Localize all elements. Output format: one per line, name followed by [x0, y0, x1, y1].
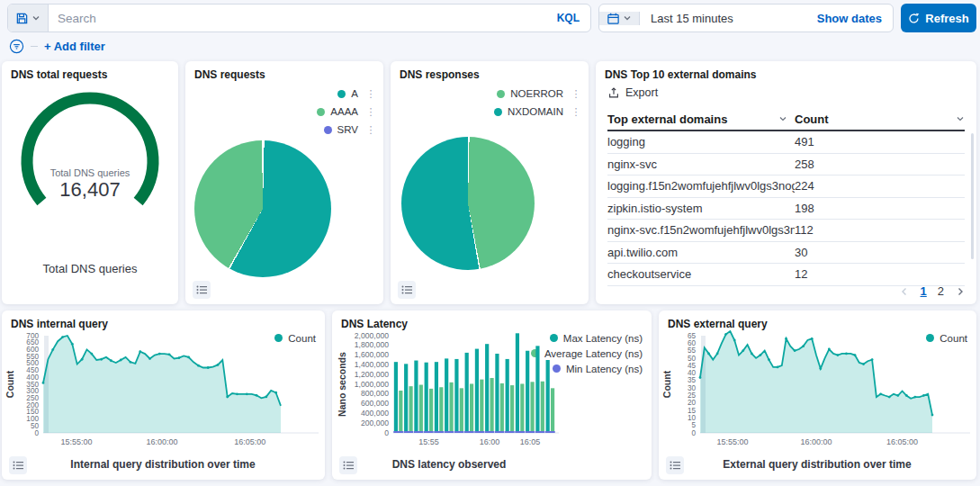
legend-item[interactable]: SRV: [324, 124, 358, 135]
table-row[interactable]: nginx-svc258: [607, 154, 965, 176]
kql-language-button[interactable]: KQL: [546, 12, 590, 24]
legend-dot: [494, 108, 502, 116]
x-axis-title: Internal query distribution over time: [5, 458, 320, 471]
external-query-area-chart[interactable]: 0510152025303540455055606515:55:0016:00:…: [662, 330, 972, 453]
refresh-button[interactable]: Refresh: [901, 4, 976, 32]
svg-text:1,400,000: 1,400,000: [355, 360, 389, 369]
legend-item-menu-icon[interactable]: ⋮: [571, 89, 581, 98]
column-label: Top external domains: [607, 112, 727, 126]
chart-wrap: 0200,000400,000600,000800,0001,000,0001,…: [337, 330, 561, 471]
dns-requests-pie-chart[interactable]: [194, 140, 331, 277]
table-row[interactable]: zipkin.istio-system198: [607, 198, 965, 220]
legend-toggle-button[interactable]: [9, 456, 27, 474]
panel-dns-requests: DNS requests A⋮AAAA⋮SRV⋮: [185, 61, 383, 304]
dns-responses-pie-chart[interactable]: [401, 137, 535, 270]
search-input-wrap: KQL: [49, 4, 590, 32]
svg-text:50: 50: [31, 422, 40, 430]
legend-item[interactable]: Min Latency (ns): [553, 364, 643, 374]
pie-legend: A⋮AAAA⋮SRV⋮: [317, 85, 376, 139]
legend-row: AAAA⋮: [317, 103, 376, 121]
table-row[interactable]: checkoutservice12: [607, 264, 965, 286]
query-bar: KQL Last 15 minutes Show dates Refresh: [7, 4, 976, 32]
legend-item[interactable]: Max Latency (ns): [550, 333, 643, 344]
legend-toggle-button[interactable]: [398, 281, 416, 299]
previous-page-icon[interactable]: [899, 286, 910, 297]
date-quick-select-button[interactable]: [599, 12, 640, 25]
column-header-count[interactable]: Count: [795, 112, 965, 126]
legend-row: NOERROR⋮: [494, 85, 581, 103]
column-header-domains[interactable]: Top external domains: [607, 112, 795, 126]
time-range-value[interactable]: Last 15 minutes: [640, 12, 806, 25]
legend-toggle-button[interactable]: [193, 281, 211, 299]
domains-table: Top external domains Count logging491ngi…: [607, 108, 965, 286]
svg-text:10: 10: [688, 414, 697, 422]
calendar-icon: [607, 12, 620, 25]
panel-dns-external-query: DNS external query Count 051015202530354…: [659, 310, 976, 480]
table-scrollbar[interactable]: [971, 133, 974, 259]
dns-latency-bar-chart[interactable]: 0200,000400,000600,000800,0001,000,0001,…: [337, 330, 561, 453]
cell-domain: nginx-svc: [607, 158, 795, 171]
svg-text:600,000: 600,000: [361, 399, 389, 408]
column-label: Count: [795, 112, 829, 126]
svg-text:0: 0: [691, 429, 696, 437]
legend-dot: [317, 108, 325, 116]
table-row[interactable]: logging.f15n2womfujehfjlwv0lgs3nog....22…: [607, 176, 965, 198]
list-icon: [343, 460, 354, 471]
table-row[interactable]: nginx-svc.f15n2womfujehfjlwv0lgs3no...11…: [607, 220, 965, 242]
legend-item-menu-icon[interactable]: ⋮: [365, 125, 376, 134]
internal-query-area-chart[interactable]: 0501001502002503003504004505005506006507…: [5, 330, 320, 453]
legend-item[interactable]: A: [337, 88, 358, 99]
svg-text:0: 0: [384, 428, 389, 437]
table-row[interactable]: api.twilio.com30: [607, 242, 965, 265]
legend-toggle-button[interactable]: [339, 456, 357, 474]
legend-item[interactable]: NXDOMAIN: [494, 106, 563, 117]
table-row[interactable]: logging491: [607, 131, 965, 154]
filter-icon[interactable]: [9, 39, 24, 54]
add-filter-button[interactable]: + Add filter: [44, 40, 105, 53]
export-button[interactable]: Export: [607, 86, 658, 99]
svg-text:600: 600: [26, 346, 39, 354]
legend-item-menu-icon[interactable]: ⋮: [365, 107, 376, 116]
cell-domain: checkoutservice: [607, 267, 795, 281]
chevron-down-icon: [623, 14, 632, 22]
page-2-button[interactable]: 2: [938, 284, 944, 298]
svg-text:30: 30: [688, 384, 697, 392]
search-input[interactable]: [49, 12, 546, 25]
show-dates-button[interactable]: Show dates: [806, 12, 893, 25]
svg-text:50: 50: [688, 355, 697, 363]
list-icon: [196, 284, 207, 295]
pie-legend: NOERROR⋮NXDOMAIN⋮: [494, 85, 581, 121]
panel-title: DNS external query: [659, 310, 976, 330]
saved-query-menu-button[interactable]: [8, 4, 49, 32]
svg-text:500: 500: [26, 359, 39, 367]
save-icon: [15, 12, 29, 25]
list-icon: [13, 460, 23, 471]
svg-text:550: 550: [26, 353, 39, 361]
legend-dot: [324, 126, 332, 134]
svg-text:250: 250: [26, 394, 39, 402]
chevron-down-icon: [31, 14, 40, 22]
panel-title: DNS Latency: [332, 310, 652, 330]
refresh-label: Refresh: [925, 12, 968, 25]
sort-chevron-icon[interactable]: [778, 114, 787, 123]
export-label: Export: [625, 86, 658, 99]
page-1-button[interactable]: 1: [921, 284, 927, 298]
svg-text:800,000: 800,000: [361, 389, 389, 398]
legend-item[interactable]: AAAA: [317, 106, 358, 117]
sort-chevron-icon[interactable]: [956, 114, 965, 123]
list-icon: [401, 284, 412, 295]
cell-domain: logging: [607, 135, 795, 148]
legend-toggle-button[interactable]: [666, 456, 684, 474]
svg-text:16:05:00: 16:05:00: [234, 437, 265, 446]
x-axis-title: External query distribution over time: [662, 458, 972, 471]
cell-count: 224: [795, 179, 965, 193]
table-header: Top external domains Count: [607, 108, 965, 131]
next-page-icon[interactable]: [955, 286, 966, 297]
cell-count: 198: [795, 202, 965, 215]
svg-text:350: 350: [26, 381, 39, 389]
legend-item-menu-icon[interactable]: ⋮: [365, 89, 376, 98]
panel-dns-internal-query: DNS internal query Count 050100150200250…: [2, 310, 325, 480]
svg-text:Count: Count: [662, 370, 672, 398]
legend-item[interactable]: NOERROR: [497, 88, 563, 99]
legend-item-menu-icon[interactable]: ⋮: [571, 107, 581, 116]
